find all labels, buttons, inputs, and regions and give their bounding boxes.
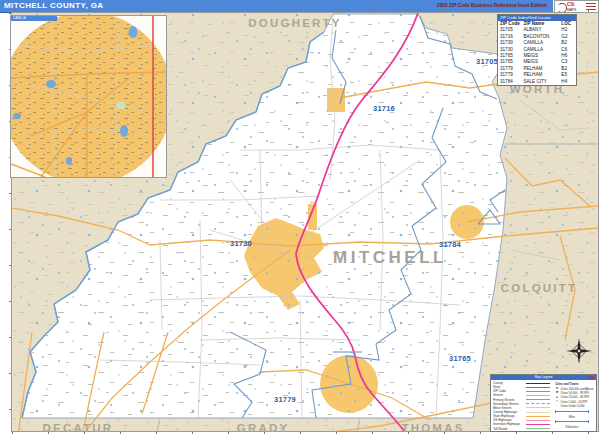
inset-park <box>117 102 125 109</box>
legend-city-row: ·Cities Under 5,000 <box>555 404 596 408</box>
map-legend: Map Legend County State ZIP Code Streets… <box>490 374 597 432</box>
inset-map-svg <box>11 16 166 177</box>
page-title: MITCHELL COUNTY, GA <box>4 1 103 10</box>
legend-line-sample <box>526 428 550 429</box>
logo-text: CSi <box>567 2 575 7</box>
legend-title: Map Legend <box>491 375 596 380</box>
compass-rose-icon <box>566 338 592 364</box>
ruler-top <box>12 10 598 12</box>
legend-logo: CSi <box>588 375 595 380</box>
legend-row: Toll Roads <box>493 427 553 431</box>
legend-city-items: Cities and Towns ★Cities 100,000 and Abo… <box>555 382 596 429</box>
city-size-icon: · <box>555 405 559 408</box>
scale-bar-miles <box>555 411 589 416</box>
legend-line-sample <box>526 399 550 400</box>
legend-line-sample <box>526 407 550 408</box>
ruler-bottom <box>12 432 598 434</box>
legend-line-sample <box>526 395 550 396</box>
legend-line-sample <box>526 416 550 417</box>
inset-title-bar: CAMILLA <box>11 16 57 21</box>
legend-line-sample <box>526 403 550 404</box>
scale-bar-km <box>555 421 589 426</box>
legend-line-sample <box>526 420 550 421</box>
legend-line-sample <box>526 387 550 388</box>
zip-index-table: ZIP Code Index/Grid Locator ZIP Code ZIP… <box>497 14 577 86</box>
legend-line-sample <box>526 424 550 425</box>
city-inset-panel: CAMILLA <box>10 15 167 178</box>
map-page: MITCHELL COUNTY, GA 2005 ZIP Code Busine… <box>0 0 600 436</box>
legend-line-items: County State ZIP Code Streets Primary St… <box>493 381 553 431</box>
legend-line-sample <box>526 383 550 384</box>
legend-line-sample <box>526 412 550 413</box>
edition-label: 2005 ZIP Code Business Reference Inset E… <box>437 3 547 8</box>
city-size-icon: ○ <box>555 400 559 403</box>
legend-line-sample <box>526 391 550 392</box>
inset-title: CAMILLA <box>11 16 57 21</box>
zip-index-row: 31784SALE CITYH4 <box>498 79 576 85</box>
